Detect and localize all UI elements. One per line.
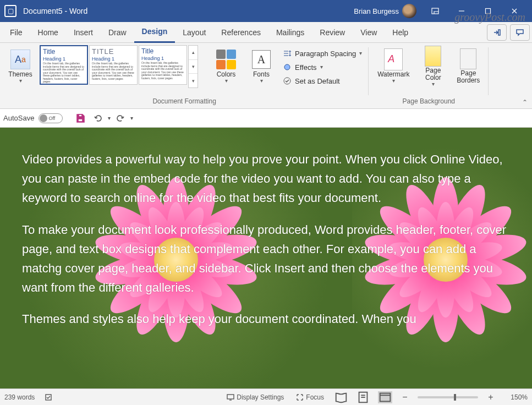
tab-references[interactable]: References: [213, 22, 268, 43]
paragraph[interactable]: Themes and styles also help keep your do…: [22, 309, 512, 329]
page-borders-button[interactable]: PageBorders: [452, 45, 484, 88]
redo-button[interactable]: [113, 111, 128, 126]
set-default-button[interactable]: Set as Default: [281, 75, 364, 87]
user-name: Brian Burgess: [354, 7, 399, 15]
zoom-out-button[interactable]: −: [400, 392, 410, 402]
zoom-in-button[interactable]: +: [486, 392, 496, 402]
tab-draw[interactable]: Draw: [101, 22, 134, 43]
tab-home[interactable]: Home: [30, 22, 66, 43]
group-label-doc-formatting: Document Formatting: [4, 97, 364, 108]
themes-button[interactable]: Aa Themes ▾: [4, 45, 36, 88]
ribbon-display-icon[interactable]: [422, 0, 448, 22]
tab-design[interactable]: Design: [134, 22, 175, 43]
svg-rect-2: [486, 9, 491, 14]
page-borders-icon: [458, 49, 478, 69]
svg-rect-16: [380, 393, 391, 401]
app-icon: ▢: [4, 5, 17, 17]
document-canvas[interactable]: Video provides a powerful way to help yo…: [0, 128, 532, 388]
document-body[interactable]: Video provides a powerful way to help yo…: [0, 128, 532, 329]
tab-help[interactable]: Help: [385, 22, 416, 43]
undo-button[interactable]: [90, 111, 106, 126]
ribbon-tabs: FileHomeInsertDrawDesignLayoutReferences…: [0, 22, 532, 43]
tab-mailings[interactable]: Mailings: [268, 22, 312, 43]
document-title: Document5 - Word: [23, 7, 87, 15]
page-color-icon: [423, 46, 443, 66]
checkmark-circle-icon: [283, 76, 292, 85]
fonts-button[interactable]: A Fonts ▾: [245, 45, 277, 88]
gallery-down-icon[interactable]: ▾: [189, 60, 198, 74]
word-count[interactable]: 239 words: [4, 393, 35, 401]
gallery-more-icon[interactable]: ▾: [189, 74, 198, 87]
user-avatar[interactable]: [402, 4, 416, 18]
style-card[interactable]: TITLEHeading 1On the Insert tab, the gal…: [89, 45, 138, 85]
paragraph-spacing-button[interactable]: Paragraph Spacing ▾: [281, 47, 364, 59]
colors-icon: [216, 50, 236, 69]
chevron-down-icon: ▾: [225, 78, 228, 84]
zoom-slider[interactable]: [418, 396, 478, 398]
svg-rect-10: [46, 395, 51, 400]
display-settings-button[interactable]: Display Settings: [224, 392, 286, 402]
watermark-icon: [383, 50, 403, 69]
spellcheck-status-icon[interactable]: [42, 392, 54, 402]
effects-icon: [283, 63, 292, 72]
minimize-button[interactable]: [448, 0, 475, 22]
chevron-down-icon: ▾: [359, 51, 362, 56]
title-bar: ▢ Document5 - Word Brian Burgess: [0, 0, 532, 22]
focus-button[interactable]: Focus: [294, 392, 326, 402]
autosave-toggle[interactable]: Off: [39, 113, 63, 123]
maximize-button[interactable]: [475, 0, 501, 22]
svg-rect-5: [498, 30, 500, 35]
save-button[interactable]: [73, 111, 88, 126]
colors-button[interactable]: Colors ▾: [210, 45, 242, 88]
paragraph[interactable]: Video provides a powerful way to help yo…: [22, 150, 512, 208]
fonts-icon: A: [251, 50, 271, 69]
gallery-up-icon[interactable]: ▴: [189, 46, 198, 60]
group-label-page-bg: Page Background: [373, 97, 484, 108]
collapse-ribbon-icon[interactable]: ⌃: [522, 98, 528, 106]
status-bar: 239 words Display Settings Focus − + 150…: [0, 388, 532, 405]
paragraph-spacing-icon: [283, 49, 292, 58]
gallery-scroll[interactable]: ▴ ▾ ▾: [188, 45, 198, 88]
chevron-down-icon: ▾: [260, 78, 263, 84]
web-layout-icon[interactable]: [378, 391, 392, 403]
tab-view[interactable]: View: [353, 22, 385, 43]
themes-icon: Aa: [10, 50, 30, 69]
page-color-button[interactable]: PageColor ▾: [417, 45, 449, 88]
autosave-label: AutoSave: [3, 114, 34, 122]
chevron-down-icon: ▾: [320, 64, 323, 70]
style-gallery[interactable]: TitleHeading 1On the Insert tab, the gal…: [40, 45, 198, 88]
undo-history-icon[interactable]: ▾: [108, 116, 111, 121]
tab-file[interactable]: File: [2, 22, 30, 43]
chevron-down-icon: ▾: [392, 78, 395, 84]
svg-rect-0: [432, 8, 438, 14]
style-card[interactable]: TitleHeading 1On the Insert tab, the gal…: [139, 45, 187, 85]
read-mode-icon[interactable]: [334, 391, 348, 403]
zoom-level[interactable]: 150%: [503, 393, 528, 401]
share-button[interactable]: [487, 24, 507, 41]
svg-point-6: [284, 64, 290, 70]
effects-button[interactable]: Effects ▾: [281, 61, 364, 73]
svg-rect-8: [79, 114, 82, 117]
chevron-down-icon: ▾: [432, 81, 435, 87]
print-layout-icon[interactable]: [356, 391, 370, 403]
svg-rect-11: [227, 395, 234, 399]
svg-rect-9: [78, 119, 83, 122]
style-card[interactable]: TitleHeading 1On the Insert tab, the gal…: [40, 45, 88, 85]
ribbon: Aa Themes ▾ TitleHeading 1On the Insert …: [0, 43, 532, 109]
paragraph[interactable]: To make your document look professionall…: [22, 220, 512, 298]
tab-review[interactable]: Review: [312, 22, 353, 43]
watermark-button[interactable]: Watermark ▾: [373, 45, 414, 88]
svg-point-7: [284, 78, 290, 84]
chevron-down-icon: ▾: [19, 78, 22, 84]
tab-insert[interactable]: Insert: [66, 22, 101, 43]
tab-layout[interactable]: Layout: [175, 22, 213, 43]
qat-customize-icon[interactable]: ▾: [130, 116, 133, 121]
comments-button[interactable]: [510, 24, 530, 41]
close-button[interactable]: [501, 0, 528, 22]
quick-access-toolbar: AutoSave Off ▾ ▾: [0, 109, 532, 128]
